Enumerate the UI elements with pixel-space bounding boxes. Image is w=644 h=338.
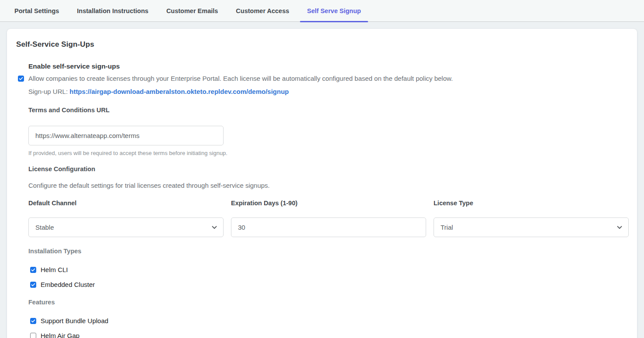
checkmark-icon <box>31 268 35 272</box>
tab-customer-access[interactable]: Customer Access <box>229 0 296 21</box>
support-bundle-upload-label: Support Bundle Upload <box>41 317 108 324</box>
signup-form-area: Terms and Conditions URL If provided, us… <box>28 107 625 338</box>
features-heading: Features <box>28 299 625 306</box>
license-configuration-description: Configure the default settings for trial… <box>28 182 625 189</box>
settings-tab-bar: Portal Settings Installation Instruction… <box>0 0 644 22</box>
installation-type-helm-cli[interactable]: Helm CLI <box>30 266 625 273</box>
expiration-days-field: Expiration Days (1-90) <box>231 200 426 237</box>
tab-customer-emails[interactable]: Customer Emails <box>159 0 225 21</box>
signup-url-link[interactable]: https://airgap-download-amberalston.okte… <box>69 88 289 95</box>
enable-signups-heading: Enable self-service sign-ups <box>18 62 628 70</box>
terms-url-label: Terms and Conditions URL <box>28 107 625 114</box>
terms-url-input[interactable] <box>28 126 224 145</box>
feature-support-bundle-upload[interactable]: Support Bundle Upload <box>30 317 625 324</box>
expiration-days-label: Expiration Days (1-90) <box>231 200 426 207</box>
helm-cli-label: Helm CLI <box>41 266 68 273</box>
license-config-grid: Default Channel Stable Expiration Days (… <box>28 200 625 237</box>
enable-signups-checkbox[interactable] <box>18 76 24 82</box>
license-type-field: License Type Trial <box>434 200 629 237</box>
signup-url-label: Sign-up URL: <box>28 88 68 95</box>
installation-types-group: Helm CLI Embedded Cluster <box>28 266 625 288</box>
self-serve-signup-panel: Self-Service Sign-Ups Enable self-servic… <box>7 29 637 338</box>
feature-helm-air-gap[interactable]: Helm Air Gap <box>30 332 625 338</box>
embedded-cluster-checkbox[interactable] <box>30 282 36 288</box>
default-channel-field: Default Channel Stable <box>28 200 224 237</box>
embedded-cluster-label: Embedded Cluster <box>41 281 95 288</box>
enable-signups-section: Enable self-service sign-ups Allow compa… <box>18 62 628 95</box>
default-channel-select[interactable]: Stable <box>28 217 224 237</box>
license-configuration-heading: License Configuration <box>28 166 625 172</box>
terms-url-helper-text: If provided, users will be required to a… <box>28 150 625 156</box>
tab-portal-settings[interactable]: Portal Settings <box>7 0 66 21</box>
installation-type-embedded-cluster[interactable]: Embedded Cluster <box>30 281 625 288</box>
checkmark-icon <box>31 283 35 287</box>
helm-air-gap-label: Helm Air Gap <box>41 332 79 338</box>
helm-air-gap-checkbox[interactable] <box>30 333 36 338</box>
tab-self-serve-signup[interactable]: Self Serve Signup <box>300 0 368 21</box>
helm-cli-checkbox[interactable] <box>30 267 36 273</box>
default-channel-label: Default Channel <box>28 200 224 207</box>
tab-installation-instructions[interactable]: Installation Instructions <box>70 0 155 21</box>
license-type-label: License Type <box>434 200 629 207</box>
enable-signups-description: Allow companies to create licenses throu… <box>28 75 453 82</box>
expiration-days-input[interactable] <box>231 217 426 237</box>
features-group: Support Bundle Upload Helm Air Gap <box>28 317 625 338</box>
installation-types-heading: Installation Types <box>28 248 625 255</box>
support-bundle-upload-checkbox[interactable] <box>30 318 36 324</box>
checkmark-icon <box>19 76 23 81</box>
page-title: Self-Service Sign-Ups <box>16 40 628 49</box>
license-type-select[interactable]: Trial <box>434 217 629 237</box>
checkmark-icon <box>31 319 35 323</box>
